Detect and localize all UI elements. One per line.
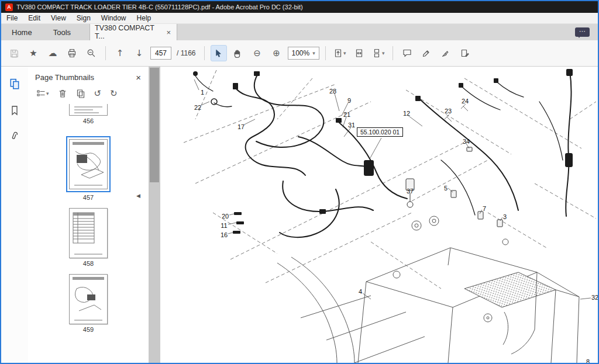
thumbnail-page[interactable] [69,274,108,324]
hand-tool-button[interactable] [230,45,246,61]
thumbnail-label: 457 [28,194,149,201]
thumbnail-options-button[interactable]: ▾ [36,89,49,98]
highlight-button[interactable] [418,45,435,61]
toolbar-separator [393,46,393,60]
page-separator: / [177,49,178,57]
fill-sign-button[interactable] [457,45,473,61]
panel-collapse-icon[interactable]: ◀ [136,193,140,199]
menu-file[interactable]: File [1,13,23,23]
thumbnail-item-458[interactable]: 458 [28,208,149,267]
thumbnail-page[interactable] [69,104,108,116]
select-tool-button[interactable] [211,45,227,61]
diagram-callout-37: 37 [407,188,414,195]
panel-scrollbar[interactable] [149,67,160,363]
search-button[interactable] [83,45,99,61]
menu-window[interactable]: Window [96,13,132,23]
title-bar: A TV380 COMPACT TRACK LOADER TIER 4B-C (… [1,1,598,13]
fit-page-button[interactable]: ▾ [332,45,348,61]
thumbnail-page[interactable] [69,139,108,189]
toolbar-separator [105,46,106,60]
diagram-callout-12: 12 [403,110,410,117]
chevron-down-icon: ▾ [382,51,385,56]
diagram-callout-5: 5 [444,185,447,192]
feedback-chat-icon[interactable]: ⋯ [575,27,590,37]
delete-pages-button[interactable] [58,89,67,98]
page-number-input[interactable]: 457 [150,47,171,60]
save-button[interactable] [6,45,22,61]
menu-view[interactable]: View [46,13,71,23]
previous-page-button[interactable]: ↑ [112,45,128,61]
panel-toolbar: ▾ ↺ ↻ [28,86,149,104]
page-thumbnails-panel-icon[interactable] [9,78,20,90]
diagram-callout-21: 21 [343,111,350,118]
zoom-out-button[interactable]: ⊖ [249,45,266,61]
arrow-up-icon: ↑ [116,49,124,58]
diagram-callout-34: 34 [463,138,470,145]
menu-edit[interactable]: Edit [23,13,46,23]
panel-close-icon[interactable]: × [134,72,143,82]
toolbar-separator [325,46,326,60]
sign-button[interactable] [438,45,454,61]
panel-title: Page Thumbnails [35,73,94,82]
arrow-down-icon: ↓ [136,49,143,58]
tab-home[interactable]: Home [1,24,43,40]
diagram-callout-1: 1 [201,89,204,96]
panel-scrollbar-thumb[interactable] [150,68,159,182]
cloud-upload-icon: ☁ [49,49,57,58]
tab-close-icon[interactable]: × [165,28,172,37]
cursor-arrow-icon [214,49,223,58]
diagram-callout-22: 22 [194,104,201,111]
extract-pages-icon [76,89,85,98]
rotate-cw-icon: ↻ [110,89,118,98]
thumbnail-page[interactable] [69,208,108,258]
tab-document[interactable]: TV380 COMPACT T... × [89,24,177,40]
search-minus-icon [87,48,96,58]
thumbnail-item-459[interactable]: 459 [28,274,149,333]
star-icon: ★ [29,49,37,58]
diagram-callout-8: 8 [586,358,590,363]
zoom-in-icon: ⊕ [273,49,280,58]
thumbnail-label: 456 [28,117,149,124]
options-list-icon [36,89,46,98]
page-thumbnails-panel: Page Thumbnails × ▾ [28,67,149,363]
thumbnail-selection-frame [66,136,111,192]
attachments-panel-icon[interactable] [9,131,20,141]
menu-help[interactable]: Help [132,13,157,23]
tab-tools[interactable]: Tools [43,24,81,40]
thumbnail-label: 459 [28,326,149,333]
favorite-star-button[interactable]: ★ [25,45,42,61]
next-page-button[interactable]: ↓ [131,45,147,61]
bookmarks-panel-icon[interactable] [9,105,20,116]
extract-pages-button[interactable] [76,89,85,98]
rotate-left-button[interactable]: ↺ [94,89,102,98]
tab-document-label: TV380 COMPACT T... [95,24,165,40]
printer-icon [67,48,77,58]
page-total-value: 1166 [181,49,196,57]
diagram-callout-11: 11 [221,222,227,229]
thumbnail-list: 456 [28,104,149,363]
thumbnail-item-456[interactable]: 456 [28,104,149,124]
diagram-callout-3: 3 [503,213,507,220]
fountain-pen-icon [441,48,450,58]
rotate-right-button[interactable]: ↻ [110,89,118,98]
diagram-callout-31: 31 [348,122,355,129]
fill-sign-icon [460,48,470,58]
diagram-callout-20: 20 [222,213,229,220]
fit-width-button[interactable] [351,45,367,61]
zoom-level-select[interactable]: 100% ▾ [288,47,319,60]
diagram-callout-32: 32 [591,294,598,301]
print-button[interactable] [64,45,80,61]
page-scrolling-button[interactable]: ▾ [370,45,387,61]
document-page: 55.100.020 01 12217289213112232434573372… [160,67,598,363]
zoom-in-button[interactable]: ⊕ [268,45,285,61]
page-count-label: / 1166 [174,49,198,57]
chevron-down-icon: ▾ [312,51,315,56]
comment-bubble-icon [402,48,412,58]
diagram-callout-24: 24 [462,98,469,105]
comment-button[interactable] [399,45,415,61]
diagram-callout-9: 9 [347,97,351,104]
menu-sign[interactable]: Sign [71,13,96,23]
thumbnail-item-457[interactable]: 457 [28,131,149,201]
share-cloud-button[interactable]: ☁ [44,45,61,61]
save-icon [9,48,19,58]
